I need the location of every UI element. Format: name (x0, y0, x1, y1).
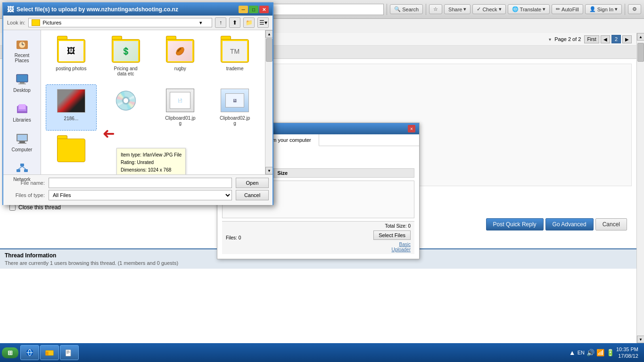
scrollbar-up-button[interactable]: ▲ (637, 33, 644, 41)
new-folder-button[interactable]: 📁 (243, 17, 255, 28)
pagination-text: Page 2 of 2 (554, 36, 581, 42)
folder-trademe[interactable]: TM trademe (209, 35, 260, 81)
taskbar-app-explorer[interactable] (40, 345, 59, 360)
upload-right-area: Total Size: 0 Select Files Basic Uploade… (373, 223, 411, 252)
grid-scrollbar-handle[interactable] (266, 38, 272, 62)
close-thread-checkbox[interactable] (9, 205, 16, 211)
start-button[interactable]: ⊞ (2, 347, 18, 358)
file-2186[interactable]: 2186... (46, 84, 97, 130)
folder-tab (57, 36, 67, 39)
dialog-title-buttons: ─ □ ✕ (239, 6, 269, 13)
tray-icon-up: ▲ (569, 349, 576, 356)
dialog-icon: 🖼 (7, 6, 14, 13)
select-files-button[interactable]: Select Files (373, 230, 411, 240)
file-disc[interactable]: 💿 (100, 84, 151, 130)
go-advanced-button[interactable]: Go Advanced (545, 218, 594, 230)
file-clipboard02-thumbnail: 🖥 (221, 89, 249, 112)
signin-button[interactable]: 👤 Sign In ▾ (585, 4, 622, 14)
scrollbar-handle[interactable] (637, 43, 644, 62)
view-options-button[interactable]: ☰▾ (257, 17, 269, 28)
taskbar-app-files[interactable] (60, 345, 79, 360)
file-open-dialog: 🖼 Select file(s) to upload by www.nzhunt… (2, 2, 273, 205)
pagination-controls: ▾ Page 2 of 2 First ◀ 2 ▶ (549, 35, 632, 43)
separator3 (625, 4, 625, 15)
check-button[interactable]: ✓ Check ▾ (472, 4, 505, 14)
autofill-button[interactable]: ✏ AutoFill (552, 4, 583, 14)
folder-icon-extra (57, 139, 85, 162)
maximize-button[interactable]: □ (249, 6, 258, 13)
translate-button[interactable]: 🌐 Translate ▾ (508, 4, 550, 14)
grid-scrollbar-down[interactable]: ▼ (265, 167, 272, 174)
svg-rect-25 (46, 352, 49, 355)
first-page-button[interactable]: First (584, 35, 599, 43)
computer-icon (15, 132, 30, 145)
svg-rect-27 (66, 351, 69, 351)
next-page-button[interactable]: ▶ (622, 35, 632, 43)
folder-trademe-label: trademe (226, 66, 244, 71)
post-quick-reply-button[interactable]: Post Quick Reply (486, 218, 544, 230)
look-in-arrow: ▾ (199, 20, 202, 26)
separator (387, 4, 387, 15)
svg-rect-28 (66, 352, 70, 353)
look-in-label: Look in: (7, 20, 25, 25)
tooltip-item-type: Item type: IrfanView JPG File (121, 151, 182, 159)
svg-rect-15 (20, 164, 24, 166)
folder-extra-icon (56, 137, 86, 164)
svg-line-18 (18, 166, 22, 169)
svg-rect-16 (17, 169, 20, 172)
back-folder-button[interactable]: ↑ (215, 17, 226, 28)
basic-uploader-link[interactable]: Basic Uploader (391, 242, 411, 252)
dialog-title: Select file(s) to upload by www.nzhuntin… (17, 6, 178, 13)
sidebar-libraries[interactable]: Libraries (5, 99, 39, 125)
minimize-button[interactable]: ─ (239, 6, 248, 13)
sidebar-desktop[interactable]: Desktop (5, 70, 39, 96)
page-info-dropdown: ▾ (549, 37, 551, 42)
file-clipboard02-icon: 🖥 (220, 87, 250, 114)
red-arrow-indicator: ➜ (102, 124, 115, 142)
folder-icon-rugby: 🏉 (166, 39, 194, 63)
cancel-button[interactable]: Cancel (595, 218, 627, 230)
tray-icon-speaker: 🔊 (586, 349, 594, 356)
grid-scrollbar-up[interactable]: ▲ (265, 30, 272, 38)
close-button[interactable]: ✕ (259, 6, 269, 13)
scrollbar-down-button[interactable]: ▼ (637, 336, 644, 343)
recent-places-label: Recent Places (7, 53, 37, 63)
file-dialog-body: Recent Places Desktop (3, 30, 272, 174)
folder-pricing[interactable]: 💲 Pricing and data etc (100, 35, 151, 81)
favorites-star[interactable]: ☆ (429, 4, 442, 14)
folder-icon-pricing: 💲 (112, 39, 140, 63)
sidebar-recent-places[interactable]: Recent Places (5, 35, 39, 66)
look-in-select[interactable]: Pictures ▾ (28, 18, 212, 27)
libraries-icon (15, 102, 30, 115)
file-name-input[interactable] (49, 178, 232, 188)
upload-close-button[interactable]: × (408, 125, 415, 132)
file-grid-scrollbar: ▲ ▼ (265, 30, 272, 174)
up-folder-button[interactable]: ⬆ (229, 17, 240, 28)
prev-page-button[interactable]: ◀ (601, 35, 610, 43)
file-clipboard02[interactable]: 🖥 Clipboard02.jpg (209, 84, 260, 130)
files-of-type-select[interactable]: All Files (49, 190, 232, 200)
svg-rect-29 (66, 353, 69, 354)
file-clipboard01-icon: 📄 (165, 87, 195, 114)
folder-icon-posting: 🖼 (57, 39, 85, 63)
share-button[interactable]: Share ▾ (444, 4, 471, 14)
open-button[interactable]: Open (236, 178, 269, 188)
folder-rugby[interactable]: 🏉 rugby (155, 35, 206, 81)
folder-extra[interactable] (46, 134, 97, 170)
file-2186-thumbnail (57, 89, 85, 113)
taskbar-app-ie[interactable] (20, 345, 39, 360)
settings-button[interactable]: ⚙ (628, 4, 641, 14)
upload-table-header-size: Size (274, 169, 414, 178)
folder-tab2 (112, 36, 122, 39)
file-2186-icon (56, 88, 86, 114)
search-button[interactable]: 🔍 Search (390, 4, 423, 14)
current-page-indicator: 2 (611, 35, 621, 43)
dialog-cancel-button[interactable]: Cancel (236, 190, 269, 200)
file-clipboard01[interactable]: 📄 Clipboard01.jpg (155, 84, 206, 130)
file-type-row: Files of type: All Files Cancel (7, 190, 269, 200)
tray-icon-network: 📶 (596, 349, 604, 356)
scrollbar-track: ▲ ▼ (637, 33, 644, 343)
sidebar-computer[interactable]: Computer (5, 129, 39, 155)
title-bar-left: 🖼 Select file(s) to upload by www.nzhunt… (7, 6, 178, 13)
folder-posting-photos[interactable]: 🖼 posting photos (46, 35, 97, 81)
